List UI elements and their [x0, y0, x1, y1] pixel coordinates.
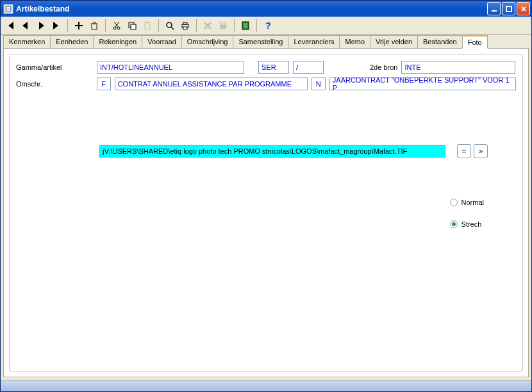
- svg-rect-21: [221, 22, 225, 25]
- svg-rect-23: [244, 23, 247, 28]
- svg-rect-5: [506, 6, 511, 12]
- svg-rect-13: [145, 22, 150, 29]
- tab-bar: Kenmerken Eenheden Rekeningen Voorraad O…: [1, 35, 531, 49]
- titlebar: Artikelbestand: [1, 1, 531, 17]
- help-button[interactable]: ?: [261, 19, 275, 33]
- svg-rect-18: [183, 22, 187, 24]
- toolbar-separator: [105, 19, 106, 32]
- window-controls: [487, 2, 530, 15]
- svg-point-15: [167, 22, 172, 28]
- svg-rect-12: [131, 24, 136, 29]
- tab-samenstelling[interactable]: Samenstelling: [233, 35, 288, 49]
- nav-next-button[interactable]: [34, 19, 48, 33]
- toolbar-separator: [196, 19, 197, 32]
- new-button[interactable]: [72, 19, 86, 33]
- tab-memo[interactable]: Memo: [339, 35, 370, 49]
- copy-button[interactable]: [125, 19, 139, 33]
- svg-rect-14: [146, 22, 149, 23]
- bron2-label: 2de bron: [370, 63, 397, 71]
- gamma-field[interactable]: INT/HOTLINEANNUEL: [97, 61, 244, 74]
- delete-button[interactable]: [87, 19, 101, 33]
- save-button[interactable]: [216, 19, 230, 33]
- svg-rect-2: [6, 8, 10, 10]
- lang2-code-field[interactable]: N: [312, 78, 326, 90]
- cancel-button[interactable]: [201, 19, 215, 33]
- toolbar-separator: [256, 19, 257, 32]
- search-button[interactable]: [163, 19, 177, 33]
- tab-foto[interactable]: Foto: [462, 35, 488, 49]
- tab-voorraad[interactable]: Voorraad: [142, 35, 182, 49]
- paste-button[interactable]: [140, 19, 154, 33]
- toolbar: ?: [1, 17, 531, 35]
- gamma-label: Gamma/artikel: [16, 63, 93, 71]
- radio-stretch-label: Strech: [461, 220, 482, 228]
- lang2-text-field[interactable]: JAARCONTRACT "ONBEPERKTE SUPPORT" VOOR 1…: [329, 78, 516, 90]
- toolbar-separator: [67, 19, 68, 32]
- maximize-button[interactable]: [502, 2, 515, 15]
- minimize-button[interactable]: [487, 2, 501, 15]
- svg-rect-8: [92, 24, 97, 29]
- nav-first-button[interactable]: [3, 19, 17, 33]
- row-gamma: Gamma/artikel INT/HOTLINEANNUEL SER / 2d…: [16, 61, 516, 74]
- tab-omschrijving[interactable]: Omschrijving: [181, 35, 234, 49]
- svg-rect-1: [6, 7, 10, 8]
- photo-path-input[interactable]: jV:\USERS\SHARED\etiq logo photo tech PR…: [99, 145, 445, 158]
- app-icon: [3, 4, 13, 14]
- row-omschr: Omschr. F CONTRAT ANNUEL ASSISTANCE PAR …: [16, 78, 516, 90]
- toolbar-separator: [234, 19, 235, 32]
- svg-rect-4: [492, 10, 497, 12]
- next-arrow-button[interactable]: »: [474, 144, 488, 158]
- nav-last-button[interactable]: [49, 19, 63, 33]
- radio-stretch[interactable]: [450, 220, 458, 228]
- photo-path-area: jV:\USERS\SHARED\etiq logo photo tech PR…: [99, 144, 488, 158]
- nav-prev-button[interactable]: [19, 19, 33, 33]
- bron2-field[interactable]: INTE: [401, 61, 515, 74]
- form-frame: Gamma/artikel INT/HOTLINEANNUEL SER / 2d…: [9, 54, 523, 372]
- radio-stretch-row[interactable]: Strech: [450, 220, 484, 228]
- radio-normal-label: Normal: [461, 199, 484, 206]
- tab-vrije-velden[interactable]: Vrije velden: [370, 35, 418, 49]
- cut-button[interactable]: [110, 19, 124, 33]
- svg-line-16: [171, 27, 174, 29]
- toolbar-separator: [158, 19, 159, 32]
- tab-kenmerken[interactable]: Kenmerken: [3, 35, 51, 49]
- lang1-text-field[interactable]: CONTRAT ANNUEL ASSISTANCE PAR PROGRAMME: [115, 78, 308, 90]
- tab-bestanden[interactable]: Bestanden: [417, 35, 463, 49]
- app-window: Artikelbestand: [0, 0, 532, 392]
- tab-eenheden[interactable]: Eenheden: [50, 35, 94, 49]
- slash-field[interactable]: /: [293, 61, 324, 74]
- radio-normal[interactable]: [450, 199, 458, 206]
- radio-normal-row[interactable]: Normal: [450, 199, 484, 206]
- svg-rect-19: [183, 27, 187, 29]
- svg-rect-3: [6, 10, 10, 11]
- exit-button[interactable]: [238, 19, 253, 33]
- ser-field[interactable]: SER: [258, 61, 289, 74]
- tab-leveranciers[interactable]: Leveranciers: [288, 35, 340, 49]
- display-mode-radios: Normal Strech: [450, 199, 484, 228]
- content-area: Gamma/artikel INT/HOTLINEANNUEL SER / 2d…: [1, 48, 531, 380]
- lang1-code-field[interactable]: F: [97, 78, 111, 90]
- status-bar: [1, 380, 531, 391]
- svg-text:?: ?: [265, 20, 271, 31]
- print-button[interactable]: [178, 19, 192, 33]
- window-title: Artikelbestand: [16, 4, 487, 13]
- tab-rekeningen[interactable]: Rekeningen: [93, 35, 142, 49]
- omschr-label: Omschr.: [16, 80, 93, 88]
- tab-content: Gamma/artikel INT/HOTLINEANNUEL SER / 2d…: [3, 48, 529, 377]
- close-button[interactable]: [517, 2, 530, 15]
- equals-button[interactable]: =: [457, 144, 471, 158]
